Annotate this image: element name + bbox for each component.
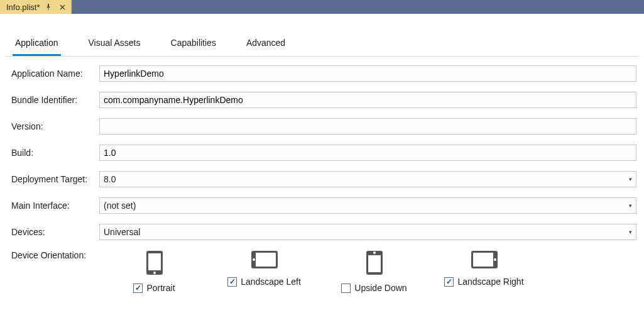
chevron-down-icon: ▾ — [629, 202, 632, 209]
checkbox-upside-down[interactable] — [341, 284, 351, 293]
checkbox-upside-down-label: Upside Down — [354, 283, 407, 293]
svg-rect-10 — [473, 253, 493, 267]
svg-point-8 — [373, 251, 376, 254]
svg-rect-4 — [256, 253, 276, 267]
input-application-name[interactable] — [99, 65, 636, 82]
checkbox-portrait-label: Portrait — [146, 283, 175, 293]
orientation-options: Portrait Landscape Left — [99, 250, 539, 293]
tab-advanced[interactable]: Advanced — [244, 35, 288, 56]
checkbox-portrait[interactable] — [133, 284, 143, 293]
phone-portrait-icon — [146, 250, 163, 275]
label-bundle-identifier: Bundle Identifier: — [11, 95, 99, 105]
label-device-orientation: Device Orientation: — [11, 250, 99, 260]
dropdown-deployment-target-value: 8.0 — [104, 174, 116, 184]
label-main-interface: Main Interface: — [11, 201, 99, 211]
input-build[interactable] — [99, 145, 636, 161]
phone-upside-down-icon — [366, 250, 383, 275]
orientation-landscape-left: Landscape Left — [209, 250, 319, 293]
checkbox-landscape-right[interactable] — [444, 277, 454, 287]
checkbox-landscape-right-label: Landscape Right — [457, 277, 523, 287]
dropdown-main-interface-value: (not set) — [104, 201, 136, 211]
svg-point-11 — [494, 258, 496, 261]
dropdown-devices-value: Universal — [104, 227, 140, 237]
dropdown-main-interface[interactable]: (not set) ▾ — [99, 197, 636, 214]
dropdown-deployment-target[interactable]: 8.0 ▾ — [99, 171, 636, 187]
close-icon[interactable] — [57, 2, 67, 12]
orientation-upside-down: Upside Down — [319, 250, 429, 293]
label-application-name: Application Name: — [11, 69, 99, 79]
label-version: Version: — [11, 121, 99, 131]
orientation-portrait: Portrait — [99, 250, 209, 293]
checkbox-landscape-left[interactable] — [227, 277, 237, 287]
phone-landscape-left-icon — [251, 250, 278, 269]
chevron-down-icon: ▾ — [629, 229, 632, 235]
tab-title: Info.plist* — [6, 3, 40, 12]
checkbox-landscape-left-label: Landscape Left — [241, 277, 301, 287]
label-devices: Devices: — [11, 227, 99, 237]
chevron-down-icon: ▾ — [629, 176, 632, 182]
tab-capabilities[interactable]: Capabilities — [168, 35, 219, 56]
orientation-landscape-right: Landscape Right — [429, 250, 539, 293]
document-tab[interactable]: Info.plist* — [0, 0, 72, 14]
label-deployment-target: Deployment Target: — [11, 174, 99, 184]
phone-landscape-right-icon — [471, 250, 498, 269]
pin-icon[interactable] — [43, 2, 53, 12]
section-tabs: Application Visual Assets Capabilities A… — [0, 29, 644, 56]
input-version[interactable] — [99, 118, 636, 135]
editor-content: Application Visual Assets Capabilities A… — [0, 14, 644, 293]
svg-rect-7 — [368, 255, 381, 272]
input-bundle-identifier[interactable] — [99, 92, 636, 108]
form-area: Application Name: Bundle Identifier: Ver… — [0, 57, 644, 293]
svg-rect-1 — [148, 253, 161, 270]
label-build: Build: — [11, 148, 99, 158]
svg-point-2 — [153, 272, 156, 274]
title-bar: Info.plist* — [0, 0, 644, 14]
dropdown-devices[interactable]: Universal ▾ — [99, 224, 636, 240]
tab-application[interactable]: Application — [13, 35, 61, 56]
tab-visual-assets[interactable]: Visual Assets — [86, 35, 143, 56]
svg-point-5 — [253, 258, 255, 261]
